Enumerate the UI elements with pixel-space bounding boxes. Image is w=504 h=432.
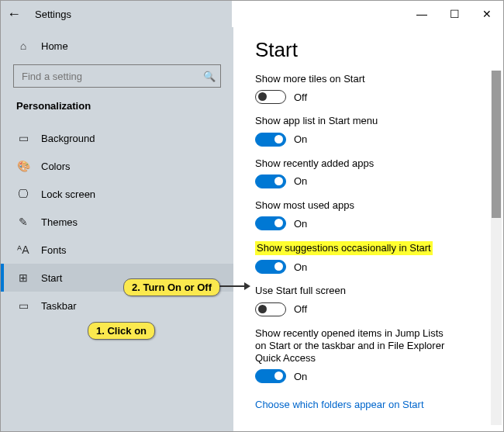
toggle-row: On	[255, 260, 457, 274]
toggle-switch[interactable]	[255, 90, 286, 104]
sidebar-item-lock-screen[interactable]: 🖵Lock screen	[1, 180, 233, 208]
toggle-state-text: On	[294, 261, 307, 273]
themes-icon: ✎	[16, 216, 30, 228]
setting-label: Show more tiles on Start	[255, 73, 457, 85]
toggle-switch[interactable]	[255, 216, 286, 230]
sidebar-item-colors[interactable]: 🎨Colors	[1, 152, 233, 180]
setting-row: Show most used appsOn	[255, 199, 457, 230]
home-label: Home	[41, 40, 68, 52]
choose-folders-link[interactable]: Choose which folders appear on Start	[255, 399, 424, 410]
toggle-state-text: On	[294, 133, 307, 145]
back-button[interactable]: ←	[1, 1, 27, 27]
main-panel: Start Show more tiles on StartOffShow ap…	[233, 27, 503, 431]
toggle-state-text: On	[294, 218, 307, 230]
sidebar-item-fonts[interactable]: ᴬAFonts	[1, 236, 233, 264]
start-icon: ⊞	[16, 271, 30, 284]
toggle-switch[interactable]	[255, 260, 286, 274]
toggle-row: Off	[255, 302, 457, 316]
lock-screen-icon: 🖵	[16, 188, 30, 200]
toggle-state-text: Off	[294, 92, 307, 103]
setting-label: Show most used apps	[255, 199, 457, 212]
toggle-switch[interactable]	[255, 369, 286, 383]
toggle-state-text: On	[294, 175, 307, 187]
toggle-knob	[274, 219, 283, 227]
sidebar-item-label: Lock screen	[41, 188, 95, 200]
setting-row: Show suggestions occasionally in StartOn	[255, 241, 457, 274]
toggle-row: On	[255, 369, 457, 383]
setting-label: Show suggestions occasionally in Start	[255, 241, 433, 255]
setting-row: Use Start full screenOff	[255, 285, 457, 316]
sidebar-item-label: Start	[41, 272, 62, 284]
sidebar-item-label: Colors	[41, 161, 71, 172]
toggle-row: On	[255, 216, 457, 230]
window-title: Settings	[35, 9, 71, 20]
search-wrap: 🔍	[1, 60, 233, 95]
sidebar-item-background[interactable]: ▭Background	[1, 124, 233, 152]
content-area: ⌂ Home 🔍 Personalization ▭Background🎨Col…	[1, 27, 503, 431]
minimize-button[interactable]: —	[406, 1, 438, 27]
annotation-callout-2: 2. Turn On or Off	[123, 278, 220, 296]
sidebar-item-label: Fonts	[41, 244, 67, 256]
sidebar: ⌂ Home 🔍 Personalization ▭Background🎨Col…	[1, 27, 233, 431]
setting-row: Show more tiles on StartOff	[255, 73, 457, 104]
toggle-row: Off	[255, 90, 457, 104]
fonts-icon: ᴬA	[16, 244, 30, 256]
annotation-callout-1: 1. Click on	[88, 322, 155, 340]
sidebar-item-label: Taskbar	[41, 300, 77, 312]
toggle-knob	[274, 135, 283, 143]
setting-label: Use Start full screen	[255, 285, 457, 297]
toggle-knob	[274, 372, 283, 380]
toggle-knob	[258, 305, 267, 313]
taskbar-icon: ▭	[16, 299, 30, 312]
home-icon: ⌂	[16, 40, 30, 52]
toggle-switch[interactable]	[255, 302, 286, 316]
close-button[interactable]: ✕	[471, 1, 503, 27]
toggle-switch[interactable]	[255, 133, 286, 147]
background-icon: ▭	[16, 132, 30, 144]
toggle-knob	[274, 177, 283, 185]
colors-icon: 🎨	[16, 160, 30, 172]
window-controls: — ☐ ✕	[406, 1, 503, 27]
setting-row: Show app list in Start menuOn	[255, 115, 457, 146]
setting-label: Show recently added apps	[255, 157, 457, 170]
setting-row: Show recently added appsOn	[255, 157, 457, 188]
toggle-switch[interactable]	[255, 175, 286, 188]
toggle-row: On	[255, 175, 457, 188]
page-heading: Start	[255, 38, 497, 62]
scrollbar-thumb[interactable]	[492, 71, 501, 218]
search-icon: 🔍	[203, 71, 216, 82]
toggle-state-text: On	[294, 371, 307, 382]
scrollbar[interactable]	[491, 71, 502, 425]
maximize-button[interactable]: ☐	[438, 1, 471, 27]
toggle-row: On	[255, 133, 457, 147]
setting-row: Show recently opened items in Jump Lists…	[255, 327, 457, 384]
titlebar: ← Settings — ☐ ✕	[1, 1, 503, 27]
setting-label: Show app list in Start menu	[255, 115, 457, 127]
search-input[interactable]	[22, 71, 203, 82]
search-box[interactable]: 🔍	[13, 64, 221, 88]
sidebar-item-label: Background	[41, 133, 95, 144]
sidebar-item-label: Themes	[41, 216, 78, 228]
toggle-knob	[274, 262, 283, 271]
back-icon: ←	[7, 6, 21, 22]
toggle-knob	[258, 92, 267, 101]
toggle-state-text: Off	[294, 303, 307, 315]
category-header: Personalization	[1, 95, 233, 118]
sidebar-item-themes[interactable]: ✎Themes	[1, 208, 233, 236]
settings-list: Show more tiles on StartOffShow app list…	[255, 73, 497, 383]
setting-label: Show recently opened items in Jump Lists…	[255, 327, 457, 365]
home-nav[interactable]: ⌂ Home	[1, 32, 233, 60]
